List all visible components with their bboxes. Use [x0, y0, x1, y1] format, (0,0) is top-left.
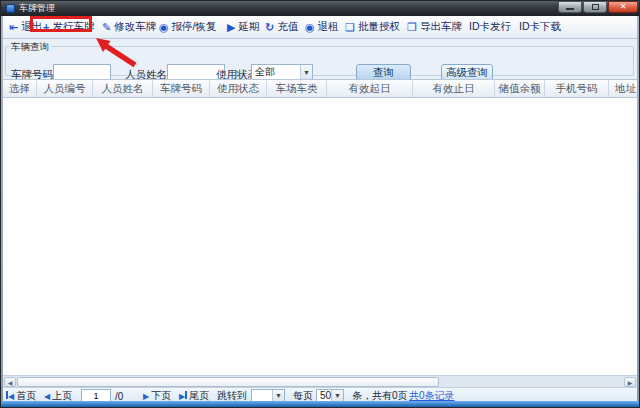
scroll-right-icon[interactable]: ▶ — [624, 377, 636, 387]
horizontal-scrollbar[interactable]: ◀ ▶ — [3, 375, 637, 387]
table-body[interactable] — [3, 98, 637, 375]
recharge-icon: ↻ — [265, 22, 274, 33]
exit-icon: ⇤ — [9, 22, 18, 33]
query-panel: 车辆查询 车牌号码 人员姓名 使用状态 全部 ▼ 查询 高级查询 — [3, 39, 637, 79]
toolbar-extend[interactable]: ▶ 延期 — [227, 16, 259, 38]
toolbar-idcard-issue-label: ID卡发行 — [469, 20, 511, 34]
last-page-icon: ▶ — [179, 391, 187, 401]
usage-status-select[interactable]: 全部 ▼ — [251, 64, 313, 80]
toolbar-batch-auth-label: 批量授权 — [358, 20, 400, 34]
column-header-person-id[interactable]: 人员编号 — [37, 80, 93, 97]
toolbar-modify-plate[interactable]: ✎ 修改车牌 — [102, 16, 156, 38]
column-header-plate-number[interactable]: 车牌号码 — [153, 80, 210, 97]
close-button[interactable]: ✕ — [608, 1, 638, 13]
column-header-person-name[interactable]: 人员姓名 — [93, 80, 153, 97]
toolbar-pause-restore[interactable]: ◉ 报停/恢复 — [159, 16, 217, 38]
pause-restore-icon: ◉ — [159, 22, 169, 33]
refund-icon: ◉ — [305, 22, 315, 33]
usage-status-value: 全部 — [252, 65, 275, 79]
extend-icon: ▶ — [227, 22, 235, 33]
toolbar-batch-auth[interactable]: ❏ 批量授权 — [345, 16, 400, 38]
next-page-icon: ▶ — [143, 392, 149, 401]
column-header-usage-status[interactable]: 使用状态 — [210, 80, 267, 97]
per-page-value: 50 — [317, 390, 331, 401]
toolbar-modify-plate-label: 修改车牌 — [114, 20, 156, 34]
jump-chevron-down-icon[interactable]: ▼ — [272, 390, 284, 401]
plus-icon: + — [43, 22, 49, 33]
first-page-icon: ◀ — [6, 391, 14, 401]
toolbar-extend-label: 延期 — [238, 20, 259, 34]
toolbar-exit[interactable]: ⇤ 退出 — [9, 16, 42, 38]
app-window: 车牌管理 ✕ ⇤ 退出 + 发行车牌 ✎ 修改车牌 ◉ 报停/恢 — [0, 0, 640, 408]
column-header-mobile[interactable]: 手机号码 — [545, 80, 609, 97]
toolbar-export-plate[interactable]: ❐ 导出车牌 — [407, 16, 462, 38]
toolbar-issue-plate-label: 发行车牌 — [52, 20, 94, 34]
app-icon — [6, 4, 15, 13]
column-header-select[interactable]: 选择 — [3, 80, 37, 97]
maximize-icon — [592, 4, 599, 10]
vehicle-query-group-label: 车辆查询 — [9, 41, 51, 54]
maximize-button[interactable] — [583, 1, 607, 13]
toolbar-refund[interactable]: ◉ 退租 — [305, 16, 339, 38]
scrollbar-thumb[interactable] — [17, 377, 439, 387]
toolbar-refund-label: 退租 — [318, 20, 339, 34]
toolbar-pause-restore-label: 报停/恢复 — [172, 20, 217, 34]
scroll-left-icon[interactable]: ◀ — [4, 377, 16, 387]
chevron-down-icon[interactable]: ▼ — [300, 65, 312, 79]
export-icon: ❐ — [407, 22, 417, 33]
column-header-valid-to[interactable]: 有效止日 — [413, 80, 495, 97]
table-header-row: 选择 人员编号 人员姓名 车牌号码 使用状态 车场车类 有效起日 有效止日 储值… — [3, 79, 637, 98]
column-header-address[interactable]: 地址 — [609, 80, 637, 97]
column-header-balance[interactable]: 储值余额 — [495, 80, 545, 97]
batch-auth-icon: ❏ — [345, 22, 355, 33]
toolbar-idcard-issue[interactable]: ID卡发行 — [469, 16, 511, 38]
title-bar: 车牌管理 ✕ — [1, 1, 640, 16]
column-header-lot-type[interactable]: 车场车类 — [267, 80, 327, 97]
column-header-valid-from[interactable]: 有效起日 — [327, 80, 413, 97]
prev-page-icon: ◀ — [44, 392, 50, 401]
per-page-chevron-down-icon[interactable]: ▼ — [331, 390, 343, 401]
window-title: 车牌管理 — [19, 1, 55, 16]
plate-number-input[interactable] — [53, 64, 111, 80]
toolbar-issue-plate[interactable]: + 发行车牌 — [43, 16, 94, 38]
close-icon: ✕ — [620, 2, 627, 12]
window-border-right — [637, 16, 639, 401]
toolbar-idcard-download-label: ID卡下载 — [519, 20, 561, 34]
toolbar-recharge[interactable]: ↻ 充值 — [265, 16, 298, 38]
edit-icon: ✎ — [102, 22, 111, 33]
toolbar-recharge-label: 充值 — [277, 20, 298, 34]
toolbar-exit-label: 退出 — [21, 20, 42, 34]
toolbar-export-plate-label: 导出车牌 — [420, 20, 462, 34]
window-border-bottom — [1, 401, 639, 407]
minimize-icon — [566, 8, 574, 10]
minimize-button[interactable] — [558, 1, 582, 13]
toolbar: ⇤ 退出 + 发行车牌 ✎ 修改车牌 ◉ 报停/恢复 ▶ 延期 ↻ 充值 — [3, 16, 637, 39]
toolbar-idcard-download[interactable]: ID卡下载 — [519, 16, 561, 38]
client-area: ⇤ 退出 + 发行车牌 ✎ 修改车牌 ◉ 报停/恢复 ▶ 延期 ↻ 充值 — [3, 16, 637, 401]
